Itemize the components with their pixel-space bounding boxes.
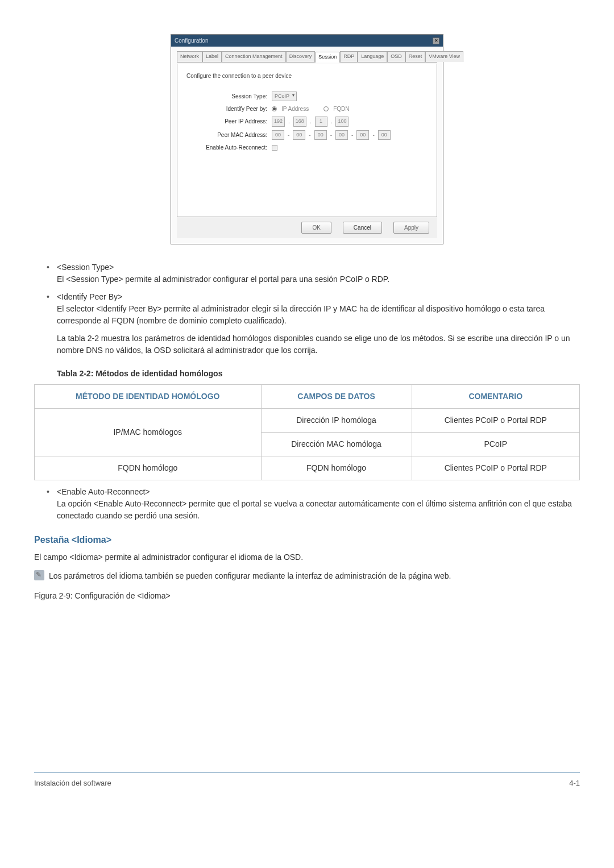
session-type-label: Session Type: <box>186 92 272 101</box>
dialog-body: Network Label Connection Management Disc… <box>171 47 443 244</box>
tab-reset[interactable]: Reset <box>405 51 426 62</box>
footer-left: Instalación del software <box>34 778 111 789</box>
peer-mac-4[interactable]: 00 <box>335 130 348 140</box>
peer-ip-label: Peer IP Address: <box>186 117 272 126</box>
note-icon <box>34 570 44 580</box>
dialog-titlebar: Configuration ✕ <box>171 35 443 47</box>
panel-description: Configure the connection to a peer devic… <box>186 72 428 80</box>
tab-vmware-view[interactable]: VMware View <box>425 51 463 62</box>
radio-ip-address-label: IP Address <box>281 105 309 113</box>
list-item: <Identify Peer By> El selector <Identify… <box>57 291 580 356</box>
tab-language[interactable]: Language <box>358 51 387 62</box>
list-item: <Session Type> El <Session Type> permite… <box>57 261 580 285</box>
figure-caption: Figura 2-9: Configuración de <Idioma> <box>34 590 580 602</box>
bullet-identify-body-1: El selector <Identify Peer By> permite a… <box>57 303 580 327</box>
table-header-row: MÉTODO DE IDENTIDAD HOMÓLOGO CAMPOS DE D… <box>35 384 580 408</box>
cell-comment-fqdn: Clientes PCoIP o Portal RDP <box>412 456 579 480</box>
bullet-session-type-body: El <Session Type> permite al administrad… <box>57 273 580 285</box>
tab-network[interactable]: Network <box>177 51 202 62</box>
cell-method-fqdn: FQDN homólogo <box>35 456 262 480</box>
tab-osd[interactable]: OSD <box>387 51 405 62</box>
footer-right: 4-1 <box>569 778 580 789</box>
dialog-tabs: Network Label Connection Management Disc… <box>177 51 437 63</box>
peer-mac-1[interactable]: 00 <box>272 130 284 140</box>
bullet-list-lower: <Enable Auto-Reconnect> La opción <Enabl… <box>57 486 580 522</box>
peer-ip-octet-2[interactable]: 168 <box>293 117 306 127</box>
tab-rdp[interactable]: RDP <box>340 51 358 62</box>
bullet-auto-reconnect-body: La opción <Enable Auto-Reconnect> permit… <box>57 498 580 522</box>
cell-comment-ip: Clientes PCoIP o Portal RDP <box>412 408 579 432</box>
cell-field-fqdn: FQDN homólogo <box>261 456 412 480</box>
bullet-identify-body-2: La tabla 2-2 muestra los parámetros de i… <box>57 333 580 356</box>
tab-connection-management[interactable]: Connection Management <box>222 51 286 62</box>
peer-mac-5[interactable]: 00 <box>356 130 369 140</box>
table-row: IP/MAC homólogos Dirección IP homóloga C… <box>35 408 580 432</box>
auto-reconnect-checkbox[interactable] <box>272 145 277 151</box>
configuration-dialog: Configuration ✕ Network Label Connection… <box>171 34 443 244</box>
radio-ip-address[interactable] <box>272 106 277 111</box>
radio-fqdn[interactable] <box>323 106 329 111</box>
bullet-auto-reconnect-head: <Enable Auto-Reconnect> <box>57 486 580 498</box>
peer-mac-6[interactable]: 00 <box>378 130 391 140</box>
peer-mac-3[interactable]: 00 <box>314 130 327 140</box>
close-icon[interactable]: ✕ <box>433 38 439 44</box>
cell-comment-mac: PCoIP <box>412 432 579 456</box>
tab-label[interactable]: Label <box>202 51 222 62</box>
auto-reconnect-label: Enable Auto-Reconnect: <box>186 143 272 152</box>
apply-button[interactable]: Apply <box>393 222 429 234</box>
col-method: MÉTODO DE IDENTIDAD HOMÓLOGO <box>35 384 262 408</box>
identify-peer-label: Identify Peer by: <box>186 105 272 113</box>
peer-mac-label: Peer MAC Address: <box>186 131 272 139</box>
tab-discovery[interactable]: Discovery <box>286 51 316 62</box>
cell-field-ip: Dirección IP homóloga <box>261 408 412 432</box>
session-panel: Configure the connection to a peer devic… <box>177 64 437 217</box>
cancel-button[interactable]: Cancel <box>343 222 382 234</box>
bullet-identify-head: <Identify Peer By> <box>57 291 580 303</box>
col-fields: CAMPOS DE DATOS <box>261 384 412 408</box>
peer-ip-octet-4[interactable]: 100 <box>335 117 349 127</box>
cell-method-ipmac: IP/MAC homólogos <box>35 408 262 456</box>
bullet-list-upper: <Session Type> El <Session Type> permite… <box>57 261 580 356</box>
peer-ip-octet-3[interactable]: 1 <box>315 117 327 127</box>
note-text: Los parámetros del idioma también se pue… <box>49 570 451 582</box>
peer-identity-table: MÉTODO DE IDENTIDAD HOMÓLOGO CAMPOS DE D… <box>34 384 580 480</box>
session-type-select[interactable]: PCoIP <box>272 92 297 102</box>
col-comment: COMENTARIO <box>412 384 579 408</box>
table-row: FQDN homólogo FQDN homólogo Clientes PCo… <box>35 456 580 480</box>
idioma-paragraph: El campo <Idioma> permite al administrad… <box>34 551 580 563</box>
radio-fqdn-label: FQDN <box>333 105 349 113</box>
dialog-title-text: Configuration <box>175 36 208 45</box>
list-item: <Enable Auto-Reconnect> La opción <Enabl… <box>57 486 580 522</box>
note-row: Los parámetros del idioma también se pue… <box>34 570 580 582</box>
bullet-session-type-head: <Session Type> <box>57 261 580 273</box>
peer-mac-2[interactable]: 00 <box>293 130 305 140</box>
table-caption: Tabla 2-2: Métodos de identidad homólogo… <box>57 368 580 380</box>
ok-button[interactable]: OK <box>301 222 331 234</box>
tab-session[interactable]: Session <box>315 52 340 63</box>
cell-field-mac: Dirección MAC homóloga <box>261 432 412 456</box>
peer-ip-octet-1[interactable]: 192 <box>272 117 285 127</box>
section-heading-idioma: Pestaña <Idioma> <box>34 533 580 547</box>
dialog-button-row: OK Cancel Apply <box>177 217 437 238</box>
page-footer: Instalación del software 4-1 <box>34 773 580 789</box>
